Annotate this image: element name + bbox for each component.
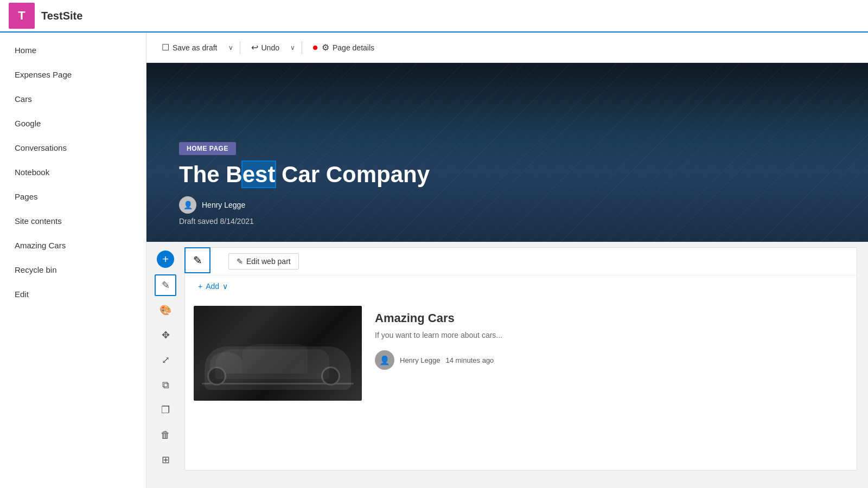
hero-author-name: Henry Legge: [202, 201, 245, 209]
page-details-label: Page details: [333, 43, 374, 52]
edit-area: + ✎ 🎨 ✥ ⤢ ⧉ ❐ 🗑 ⊞ ✎: [146, 242, 868, 476]
author-avatar-small: 👤: [179, 196, 196, 214]
hero-title: The Best Car Company: [179, 162, 835, 188]
hero-banner: HOME PAGE The Best Car Company 👤 Henry L…: [146, 63, 868, 242]
card-time-ago: 14 minutes ago: [445, 356, 494, 364]
notification-dot: [313, 46, 317, 50]
sidebar-item-expenses-page[interactable]: Expenses Page: [0, 62, 146, 87]
page-details-button[interactable]: ⚙ Page details: [307, 39, 381, 56]
site-logo: T: [9, 3, 35, 29]
move-arrows-tool[interactable]: ⤢: [155, 349, 176, 371]
save-icon: ☐: [162, 42, 169, 53]
hero-title-highlight: est: [242, 162, 276, 187]
sidebar-item-home[interactable]: Home: [0, 38, 146, 62]
webpart-container: ✎ ✎ Edit web part + Add ∨: [184, 247, 857, 471]
edit-webpart-button[interactable]: ✎ Edit web part: [228, 253, 299, 269]
add-control[interactable]: + Add ∨: [194, 280, 848, 293]
sidebar-item-pages[interactable]: Pages: [0, 184, 146, 209]
save-draft-label: Save as draft: [173, 43, 218, 52]
add-chevron: ∨: [222, 282, 228, 291]
hero-draft-saved: Draft saved 8/14/2021: [179, 217, 835, 226]
side-tools: + ✎ 🎨 ✥ ⤢ ⧉ ❐ 🗑 ⊞: [146, 242, 184, 476]
card-author-name: Henry Legge: [400, 356, 440, 364]
card-meta: 👤 Henry Legge 14 minutes ago: [375, 350, 835, 370]
sidebar-item-notebook[interactable]: Notebook: [0, 160, 146, 184]
toolbar-divider-1: [240, 41, 240, 54]
site-title: TestSite: [41, 10, 82, 22]
top-bar: T TestSite: [0, 0, 868, 33]
card-description: If you want to learn more about cars...: [375, 331, 835, 339]
add-label: Add: [206, 282, 219, 291]
add-section-button[interactable]: +: [157, 251, 174, 268]
card-image: [194, 306, 362, 401]
page-content: HOME PAGE The Best Car Company 👤 Henry L…: [146, 63, 868, 488]
save-draft-dropdown[interactable]: ∨: [226, 41, 235, 55]
main-layout: Home Expenses Page Cars Google Conversat…: [0, 33, 868, 488]
sidebar-item-site-contents[interactable]: Site contents: [0, 209, 146, 233]
undo-button[interactable]: ↩ Undo: [245, 39, 286, 56]
sidebar-item-amazing-cars[interactable]: Amazing Cars: [0, 233, 146, 258]
sidebar-item-edit[interactable]: Edit: [0, 282, 146, 306]
delete-tool[interactable]: 🗑: [155, 424, 176, 446]
save-draft-button[interactable]: ☐ Save as draft: [155, 39, 224, 56]
card-info: Amazing Cars If you want to learn more a…: [362, 306, 848, 401]
edit-wp-icon: ✎: [237, 257, 243, 266]
sidebar-item-conversations[interactable]: Conversations: [0, 136, 146, 160]
edit-webpart-tool[interactable]: ✎: [155, 274, 176, 296]
webpart-toolbar: ✎ Edit web part: [185, 248, 857, 275]
card-title: Amazing Cars: [375, 311, 835, 325]
undo-icon: ↩: [251, 42, 258, 53]
toolbar-divider-2: [302, 41, 302, 54]
card-author-avatar: 👤: [375, 350, 394, 370]
edit-webpart-label: Edit web part: [246, 257, 291, 266]
edit-webpart-floating-button[interactable]: ✎: [184, 247, 210, 273]
hero-badge: HOME PAGE: [179, 142, 236, 155]
hero-title-after: Car Company: [275, 162, 430, 187]
more-tool[interactable]: ⊞: [155, 449, 176, 471]
sidebar-item-cars[interactable]: Cars: [0, 87, 146, 111]
toolbar: ☐ Save as draft ∨ ↩ Undo ∨ ⚙ Page detail…: [146, 33, 868, 63]
sidebar-item-google[interactable]: Google: [0, 111, 146, 136]
sidebar: Home Expenses Page Cars Google Conversat…: [0, 33, 146, 488]
copy-tool[interactable]: ⧉: [155, 374, 176, 396]
add-icon: +: [198, 282, 202, 291]
palette-tool[interactable]: 🎨: [155, 299, 176, 321]
hero-title-before: The B: [179, 162, 242, 187]
add-control-row: + Add ∨: [185, 275, 857, 297]
move-tool[interactable]: ✥: [155, 324, 176, 346]
duplicate-tool[interactable]: ❐: [155, 399, 176, 421]
gear-icon: ⚙: [322, 42, 329, 53]
card-content: Amazing Cars If you want to learn more a…: [185, 297, 857, 409]
undo-dropdown[interactable]: ∨: [288, 41, 297, 55]
undo-label: Undo: [261, 43, 279, 52]
hero-author: 👤 Henry Legge: [179, 196, 835, 214]
sidebar-item-recycle-bin[interactable]: Recycle bin: [0, 258, 146, 282]
content-area: ☐ Save as draft ∨ ↩ Undo ∨ ⚙ Page detail…: [146, 33, 868, 488]
